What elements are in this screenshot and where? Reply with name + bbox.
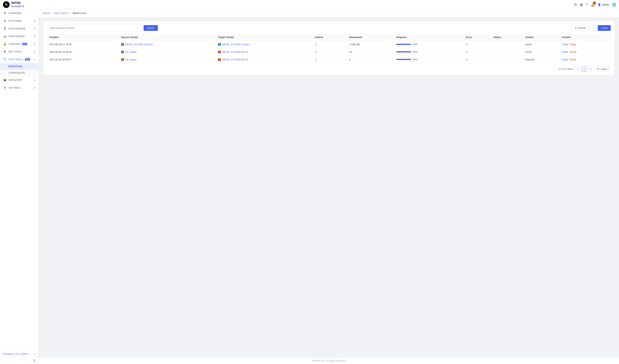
migration-card: Search ↻ Refresh › + New	[43, 21, 615, 75]
col-documents: Documents	[347, 34, 394, 41]
cell-created: 2023-06-26 20:49:47	[47, 56, 119, 63]
cluster-icon	[218, 58, 221, 61]
sidebar-label-overview: OVERVIEW	[9, 12, 21, 14]
cell-created: 2023-06-26 21:58:39	[47, 48, 119, 56]
toolbar: Search ↻ Refresh › + New	[47, 25, 611, 31]
target-cluster-link[interactable]: INFINI_SYSTEM (Echo)	[222, 51, 248, 53]
cluster-icon	[121, 43, 124, 46]
col-created: Created	[47, 34, 119, 41]
refresh-icon: ↻	[575, 27, 577, 29]
col-source-cluster: Source Cluster	[119, 34, 216, 41]
target-cluster-link[interactable]: INFINI_SYSTEM (Center)	[222, 43, 250, 46]
cell-documents: 49	[347, 48, 394, 56]
source-cluster-link[interactable]: INFINI_SYSTEM (Center)	[125, 43, 153, 46]
col-target-cluster: Target Cluster	[216, 34, 313, 41]
chevron-down-icon: ∨	[34, 20, 36, 22]
sidebar-item-platform[interactable]: ⚙ PLATFORM ∨	[0, 17, 39, 25]
search-input[interactable]	[47, 25, 142, 31]
sidebar-item-overview[interactable]: ⊞ OVERVIEW	[0, 9, 39, 17]
sidebar-label-inventory: INVENTORY	[9, 79, 22, 81]
pagination-page-size[interactable]: 10 / page ∨	[595, 67, 611, 71]
brand-text: INFINI Console ///	[11, 1, 24, 8]
progress-bar-bg	[396, 51, 411, 52]
enterprise-label: Enterprise (1.5.0_SNAPS...	[3, 353, 30, 355]
new-button[interactable]: + New	[598, 25, 611, 31]
progress-percent: 100%	[412, 58, 418, 61]
pagination-prev[interactable]: <	[575, 66, 580, 71]
cell-progress: 100%	[394, 48, 464, 56]
source-cluster-link[interactable]: my_cluster	[125, 58, 137, 61]
refresh-button[interactable]: ↻ Refresh	[572, 25, 589, 31]
notification-bell[interactable]: 🔔 2	[591, 3, 595, 7]
admin-menu[interactable]: 👤 admin	[598, 3, 609, 6]
migration-table: Created Source Cluster Target Cluster In…	[47, 34, 611, 63]
sidebar-item-dev-tools[interactable]: 🛠 DEV TOOLS ∨	[0, 48, 39, 55]
cluster-icon	[121, 50, 124, 53]
sidebar-item-alerting[interactable]: 🔔 ALERTING Pro ∨	[0, 40, 39, 48]
cell-indices: 1	[313, 41, 347, 48]
sidebar-item-inventory[interactable]: 📦 INVENTORY ∨	[0, 76, 39, 84]
progress-percent: 100%	[412, 43, 418, 46]
delete-link[interactable]: Delete	[570, 58, 577, 61]
search-button[interactable]: Search	[144, 25, 158, 31]
col-indices: Indices	[313, 34, 347, 41]
logo-icon: N	[3, 1, 10, 8]
next-button[interactable]: ›	[591, 25, 596, 31]
source-cluster-link[interactable]: my_cluster	[125, 51, 137, 53]
notification-badge: 2	[593, 1, 596, 4]
delete-link[interactable]: Delete	[570, 43, 577, 46]
breadcrumb-data-tools[interactable]: DATA TOOLS	[54, 12, 69, 14]
overview-icon: ⊞	[3, 12, 7, 15]
plus-icon: +	[601, 27, 602, 29]
cell-documents: 2,348,386	[347, 41, 394, 48]
progress-bar-fill	[396, 59, 411, 60]
cell-progress: 100%	[394, 41, 464, 48]
chevron-down-icon: ∨	[34, 27, 36, 30]
page-size-chevron: ∨	[607, 68, 609, 70]
pagination-next[interactable]: >	[588, 66, 593, 71]
search-area: Search	[47, 25, 158, 31]
admin-icon: 👤	[598, 3, 601, 6]
grid-icon[interactable]: ⊞	[574, 3, 577, 7]
main-content: Home / DATA TOOLS / MIGRATION Search ↻ R	[39, 9, 619, 364]
col-actions: Actions	[560, 34, 611, 41]
footer-arrow-icon: >	[34, 353, 36, 355]
cell-status	[492, 56, 523, 63]
cell-target-cluster: INFINI_SYSTEM (Echo)	[216, 48, 313, 56]
detail-link[interactable]: Detail	[562, 43, 568, 46]
content-area: Search ↻ Refresh › + New	[39, 17, 619, 358]
target-cluster-link[interactable]: INFINI_SYSTEM (Echo)	[222, 58, 248, 61]
help-icon[interactable]: ?	[586, 3, 588, 6]
progress-percent: 100%	[412, 51, 418, 53]
cell-source-cluster: my_cluster	[119, 56, 216, 63]
inventory-icon: 📦	[3, 78, 7, 82]
sidebar-item-settings[interactable]: ⚙ SETTINGS ∨	[0, 84, 39, 92]
chevron-down-icon: ∨	[34, 50, 36, 53]
sidebar-item-data-manage[interactable]: 🗄 DATA MANAGE ∨	[0, 25, 39, 32]
sidebar-menu: ⊞ OVERVIEW ⚙ PLATFORM ∨ 🗄 DATA MANAGE ∨	[0, 9, 39, 351]
globe-icon[interactable]: 🌐	[612, 3, 616, 7]
progress-bar-fill	[396, 51, 411, 52]
sidebar-collapse-button[interactable]: ☰	[0, 357, 39, 364]
delete-link[interactable]: Delete	[570, 51, 577, 53]
detail-link[interactable]: Detail	[562, 58, 568, 61]
sidebar-item-data-insight[interactable]: 📊 DATA INSIGHT ∨	[0, 32, 39, 40]
sidebar-item-migration[interactable]: MIGRATION	[0, 63, 39, 70]
col-creator: Creator	[523, 34, 560, 41]
data-tools-icon: 🔧	[3, 57, 7, 61]
pagination: 1-3 of 3 items < 1 > 10 / page ∨	[47, 66, 611, 71]
brand-infini: INFINI	[11, 1, 24, 5]
brand-console: Console ///	[11, 5, 24, 8]
dashboard-icon[interactable]: ▦	[580, 3, 583, 7]
chevron-up-icon: ∧	[34, 58, 36, 61]
cell-target-cluster: INFINI_SYSTEM (Echo)	[216, 56, 313, 63]
sidebar-item-data-tools[interactable]: 🔧 DATA TOOLS Pro ∧	[0, 55, 39, 63]
sidebar-label-data-insight: DATA INSIGHT	[9, 35, 25, 38]
sidebar-footer[interactable]: Enterprise (1.5.0_SNAPS... >	[0, 351, 39, 357]
col-progress: Progress	[394, 34, 464, 41]
sidebar-item-comparison[interactable]: COMPARISON	[0, 70, 39, 76]
breadcrumb-home[interactable]: Home	[43, 12, 50, 14]
pagination-current-page[interactable]: 1	[581, 66, 587, 71]
cell-created: 2023-06-28 17:18:46	[47, 41, 119, 48]
detail-link[interactable]: Detail	[562, 51, 568, 53]
